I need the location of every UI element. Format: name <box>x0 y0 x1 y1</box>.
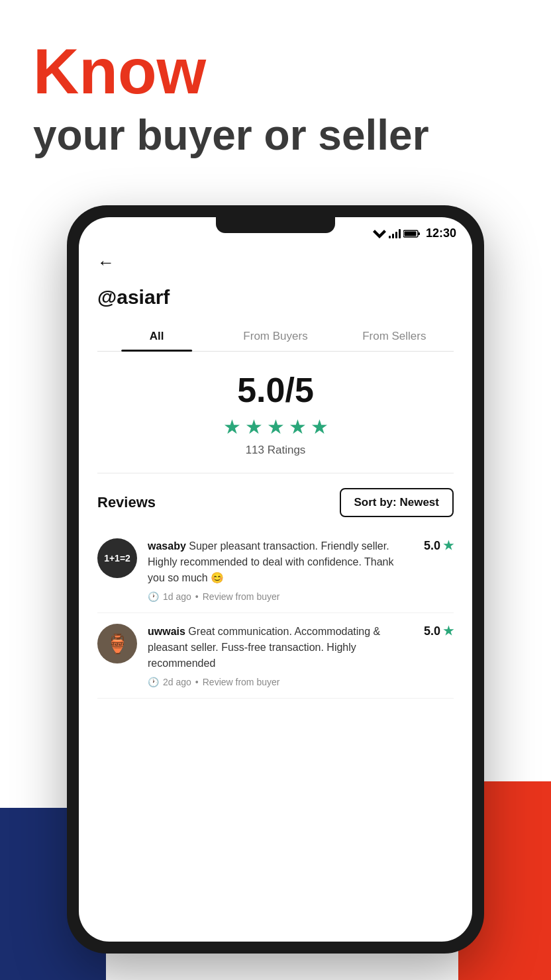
star-2: ★ <box>245 415 263 438</box>
back-button[interactable]: ← <box>97 252 115 273</box>
header-section: Know your buyer or seller <box>0 0 551 187</box>
signal-icon <box>389 229 401 238</box>
review-dot-1: • <box>195 591 199 602</box>
reviewer-avatar-2: 🏺 <box>97 624 137 663</box>
review-tabs: All From Buyers From Sellers <box>97 322 454 352</box>
star-5: ★ <box>311 415 328 438</box>
review-body-1: wasaby Super pleasant transaction. Frien… <box>148 538 413 602</box>
avatar-math-icon: 1+1=2 <box>97 538 137 578</box>
review-body-2: uwwais Great communication. Accommodatin… <box>148 624 413 687</box>
username-display: @asiarf <box>97 286 454 309</box>
review-star-2: ★ <box>443 624 454 638</box>
reviewer-name-1: wasaby <box>148 540 186 552</box>
review-rating-2: 5.0 ★ <box>424 624 454 638</box>
reviews-title: Reviews <box>97 494 156 511</box>
review-item-2: 🏺 uwwais Great communication. Accommodat… <box>97 613 454 699</box>
star-1: ★ <box>223 415 241 438</box>
review-source-1: Review from buyer <box>203 591 280 602</box>
review-text-1: wasaby Super pleasant transaction. Frien… <box>148 538 413 586</box>
svg-marker-0 <box>373 230 386 238</box>
review-time-2: 2d ago <box>163 677 191 687</box>
rating-section: 5.0/5 ★ ★ ★ ★ ★ 113 Ratings <box>97 352 454 473</box>
avatar-person-icon: 🏺 <box>97 624 137 663</box>
clock-icon-1: 🕐 <box>148 591 159 602</box>
wifi-icon <box>373 229 386 238</box>
phone-notch <box>216 217 335 233</box>
svg-rect-3 <box>395 232 397 238</box>
review-rating-1: 5.0 ★ <box>424 538 454 553</box>
reviewer-name-2: uwwais <box>148 626 185 637</box>
reviews-header: Reviews Sort by: Newest <box>97 473 454 528</box>
tab-from-buyers[interactable]: From Buyers <box>216 322 334 351</box>
tab-from-sellers[interactable]: From Sellers <box>335 322 454 351</box>
svg-rect-6 <box>418 232 420 235</box>
review-text-2: uwwais Great communication. Accommodatin… <box>148 624 413 671</box>
app-content: ← @asiarf All From Buyers From Sellers 5… <box>79 246 472 699</box>
status-time: 12:30 <box>426 226 456 240</box>
review-time-1: 1d ago <box>163 591 191 602</box>
review-dot-2: • <box>195 677 199 687</box>
review-item-1: 1+1=2 wasaby Super pleasant transaction.… <box>97 528 454 613</box>
stars-display: ★ ★ ★ ★ ★ <box>97 415 454 438</box>
svg-rect-7 <box>404 231 416 236</box>
reviewer-avatar-1: 1+1=2 <box>97 538 137 578</box>
star-3: ★ <box>267 415 285 438</box>
review-meta-2: 🕐 2d ago • Review from buyer <box>148 677 413 687</box>
clock-icon-2: 🕐 <box>148 677 159 687</box>
rating-count: 113 Ratings <box>97 444 454 457</box>
battery-icon <box>403 229 421 238</box>
phone-outer: 12:30 ← @asiarf All From Buyers From Sel… <box>67 205 484 954</box>
review-source-2: Review from buyer <box>203 677 280 687</box>
phone-mockup: 12:30 ← @asiarf All From Buyers From Sel… <box>67 205 484 954</box>
tab-all[interactable]: All <box>97 322 216 351</box>
headline-know: Know <box>33 40 518 103</box>
svg-rect-1 <box>389 236 391 238</box>
headline-sub: your buyer or seller <box>33 110 518 161</box>
svg-rect-4 <box>399 229 401 238</box>
status-icons <box>373 229 421 238</box>
sort-button[interactable]: Sort by: Newest <box>340 488 454 517</box>
rating-score: 5.0/5 <box>97 370 454 410</box>
review-star-1: ★ <box>443 538 454 553</box>
svg-rect-2 <box>392 234 394 238</box>
phone-screen: 12:30 ← @asiarf All From Buyers From Sel… <box>79 217 472 942</box>
review-meta-1: 🕐 1d ago • Review from buyer <box>148 591 413 602</box>
star-4: ★ <box>289 415 307 438</box>
